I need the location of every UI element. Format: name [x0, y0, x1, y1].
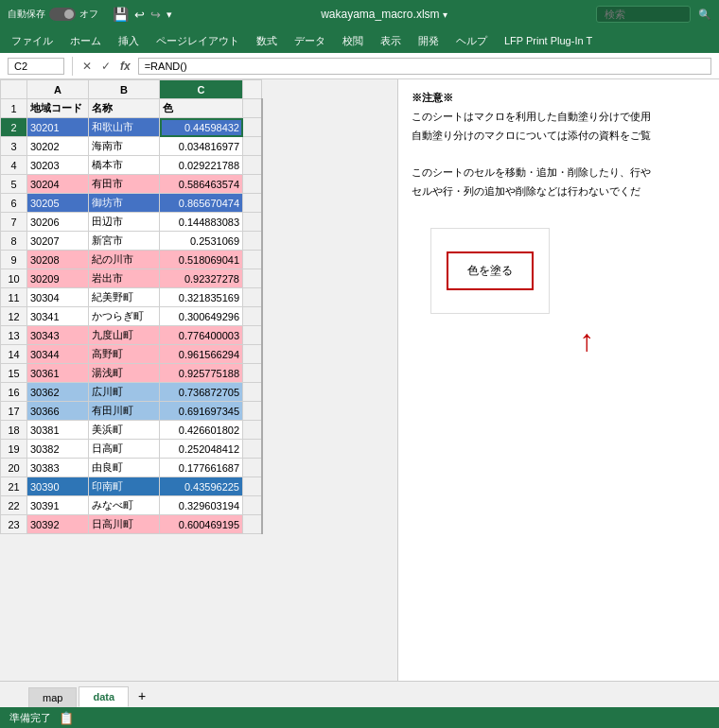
cell-code[interactable]: 30205	[27, 194, 89, 213]
cell-color-value[interactable]: 0.177661687	[160, 459, 243, 477]
cell-color-value[interactable]: 0.736872705	[160, 383, 243, 402]
col-header-d[interactable]	[243, 80, 262, 99]
cell-name[interactable]: 新宮市	[89, 232, 160, 251]
dropdown-icon[interactable]: ▾	[443, 9, 447, 20]
redo-icon[interactable]: ↪	[150, 8, 161, 22]
cell-code[interactable]: 30381	[27, 421, 89, 440]
cell-color-value[interactable]: 0.961566294	[160, 345, 243, 364]
cell-name[interactable]: 有田市	[89, 175, 160, 194]
menu-dev[interactable]: 開発	[411, 32, 447, 50]
cell-color-value[interactable]: 0.329603194	[160, 496, 243, 515]
cell-name[interactable]: 橋本市	[89, 156, 160, 175]
cell-name[interactable]: 日高町	[89, 440, 160, 459]
tab-data[interactable]: data	[79, 686, 129, 707]
cell-code[interactable]: 地域コード	[27, 99, 89, 118]
cell-name[interactable]: 広川町	[89, 383, 160, 402]
cell-color-value[interactable]: 0.144883083	[160, 213, 243, 232]
cell-color-value[interactable]: 0.034816977	[160, 137, 243, 156]
cell-reference-box[interactable]	[8, 58, 64, 75]
cancel-icon[interactable]: ✕	[80, 58, 94, 75]
add-sheet-button[interactable]: +	[131, 685, 153, 707]
cell-name[interactable]: みなべ町	[89, 496, 160, 515]
cell-code[interactable]: 30366	[27, 402, 89, 421]
autosave-toggle[interactable]	[49, 8, 76, 21]
cell-name[interactable]: 高野町	[89, 345, 160, 364]
cell-code[interactable]: 30207	[27, 232, 89, 251]
cell-name[interactable]: 田辺市	[89, 213, 160, 232]
menu-page-layout[interactable]: ページレイアウト	[149, 32, 247, 50]
cell-code[interactable]: 30304	[27, 288, 89, 307]
cell-color-value[interactable]: 0.925775188	[160, 364, 243, 383]
cell-code[interactable]: 30203	[27, 156, 89, 175]
cell-color-value[interactable]: 0.776400003	[160, 326, 243, 345]
cell-code[interactable]: 30201	[27, 118, 89, 137]
cell-code[interactable]: 30392	[27, 515, 89, 534]
cell-code[interactable]: 30209	[27, 269, 89, 288]
cell-color-value[interactable]: 0.252048412	[160, 440, 243, 459]
menu-insert[interactable]: 挿入	[111, 32, 147, 50]
cell-code[interactable]: 30390	[27, 477, 89, 496]
cell-color-value[interactable]: 0.426601802	[160, 421, 243, 440]
cell-code[interactable]: 30361	[27, 364, 89, 383]
cell-color-value[interactable]: 0.2531069	[160, 232, 243, 251]
menu-review[interactable]: 校閲	[335, 32, 371, 50]
cell-code[interactable]: 30383	[27, 459, 89, 477]
save-icon[interactable]: 💾	[113, 7, 129, 22]
menu-home[interactable]: ホーム	[62, 32, 109, 50]
cell-name[interactable]: 印南町	[89, 477, 160, 496]
cell-color-value[interactable]: 色	[160, 99, 243, 118]
cell-code[interactable]: 30204	[27, 175, 89, 194]
menu-help[interactable]: ヘルプ	[448, 32, 495, 50]
cell-code[interactable]: 30341	[27, 307, 89, 326]
cell-name[interactable]: 紀美野町	[89, 288, 160, 307]
undo-icon[interactable]: ↩	[134, 8, 145, 22]
cell-name[interactable]: 和歌山市	[89, 118, 160, 137]
search-input[interactable]	[596, 6, 691, 23]
cell-name[interactable]: 九度山町	[89, 326, 160, 345]
cell-color-value[interactable]: 0.92327278	[160, 269, 243, 288]
cell-code[interactable]: 30344	[27, 345, 89, 364]
menu-file[interactable]: ファイル	[4, 32, 61, 50]
cell-code[interactable]: 30206	[27, 213, 89, 232]
cell-color-value[interactable]: 0.029221788	[160, 156, 243, 175]
cell-code[interactable]: 30208	[27, 251, 89, 269]
cell-name[interactable]: 由良町	[89, 459, 160, 477]
menu-data[interactable]: データ	[287, 32, 333, 50]
menu-view[interactable]: 表示	[373, 32, 409, 50]
cell-color-value[interactable]: 0.586463574	[160, 175, 243, 194]
fx-icon[interactable]: fx	[118, 58, 132, 75]
col-header-c[interactable]: C	[160, 80, 243, 99]
cell-name[interactable]: 紀の川市	[89, 251, 160, 269]
cell-color-value[interactable]: 0.43596225	[160, 477, 243, 496]
tab-map[interactable]: map	[28, 687, 77, 707]
cell-name[interactable]: 湯浅町	[89, 364, 160, 383]
cell-color-value[interactable]: 0.518069041	[160, 251, 243, 269]
cell-name[interactable]: 日高川町	[89, 515, 160, 534]
cell-code[interactable]: 30391	[27, 496, 89, 515]
search-icon[interactable]: 🔍	[698, 9, 711, 21]
menu-formula[interactable]: 数式	[249, 32, 285, 50]
cell-color-value[interactable]: 0.691697345	[160, 402, 243, 421]
cell-code[interactable]: 30343	[27, 326, 89, 345]
confirm-icon[interactable]: ✓	[99, 58, 113, 75]
formula-input[interactable]	[138, 58, 711, 75]
cell-name[interactable]: 名称	[89, 99, 160, 118]
cell-name[interactable]: 岩出市	[89, 269, 160, 288]
cell-code[interactable]: 30382	[27, 440, 89, 459]
cell-code[interactable]: 30362	[27, 383, 89, 402]
col-header-b[interactable]: B	[89, 80, 160, 99]
cell-code[interactable]: 30202	[27, 137, 89, 156]
col-header-a[interactable]: A	[27, 80, 89, 99]
cell-name[interactable]: 有田川町	[89, 402, 160, 421]
cell-color-value[interactable]: 0.300649296	[160, 307, 243, 326]
cell-color-value[interactable]: 0.600469195	[160, 515, 243, 534]
cell-color-value[interactable]: 0.321835169	[160, 288, 243, 307]
cell-color-value[interactable]: 0.44598432	[160, 118, 243, 137]
cell-name[interactable]: 海南市	[89, 137, 160, 156]
cell-name[interactable]: 御坊市	[89, 194, 160, 213]
menu-plugin[interactable]: LFP Print Plug-In T	[497, 33, 600, 48]
color-paint-button[interactable]: 色を塗る	[447, 251, 534, 290]
cell-name[interactable]: 美浜町	[89, 421, 160, 440]
cell-name[interactable]: かつらぎ町	[89, 307, 160, 326]
cell-color-value[interactable]: 0.865670474	[160, 194, 243, 213]
